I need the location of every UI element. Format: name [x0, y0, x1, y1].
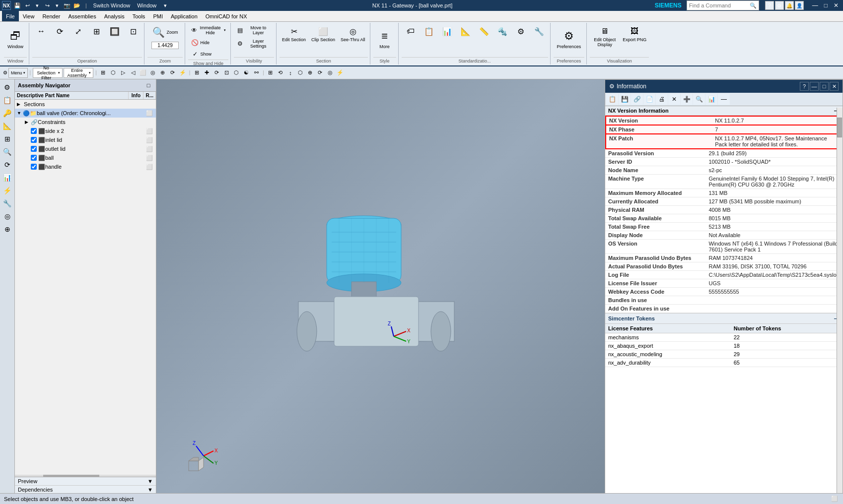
snap5-btn[interactable]: ⬜: [139, 68, 147, 77]
ball-checkbox[interactable]: [31, 155, 37, 161]
viewport[interactable]: X Y Z X Y Z: [156, 79, 605, 494]
side-checkbox[interactable]: [31, 128, 37, 134]
sidebar-icon-12[interactable]: ⊕: [1, 223, 13, 235]
menu-tools[interactable]: Tools: [129, 11, 149, 21]
minimize-button[interactable]: —: [810, 1, 821, 9]
std-btn-5[interactable]: 📏: [475, 24, 493, 39]
window-menu-btn[interactable]: Window: [135, 1, 159, 10]
filter2-btn[interactable]: ✚: [202, 68, 211, 77]
menu-application[interactable]: Application: [167, 11, 202, 21]
move-to-layer-btn[interactable]: ▤ Move to Layer: [234, 24, 274, 37]
sidebar-icon-7[interactable]: ⟳: [1, 159, 13, 171]
navigator-maximize-btn[interactable]: □: [144, 81, 153, 90]
view4-btn[interactable]: ⬡: [296, 68, 305, 77]
handle-checkbox[interactable]: [31, 164, 37, 170]
help-button[interactable]: ?: [765, 1, 774, 10]
immediate-hide-btn[interactable]: 👁 Immediate Hide ▾: [189, 24, 228, 37]
menu-assemblies[interactable]: Assemblies: [64, 11, 100, 21]
hide-btn[interactable]: 🚫 Hide: [189, 37, 228, 48]
window-dropdown[interactable]: ▾: [161, 1, 170, 10]
tree-sections[interactable]: ▶ Sections: [15, 100, 156, 109]
menu-file[interactable]: File: [2, 11, 19, 21]
tree-side[interactable]: ⬛ side x 2 ⬜: [15, 126, 156, 135]
user-button[interactable]: 👤: [795, 1, 804, 10]
layer-settings-btn[interactable]: ⚙ Layer Settings: [234, 37, 274, 50]
filter5-btn[interactable]: ⬡: [232, 68, 241, 77]
op-btn-2[interactable]: ⟳: [51, 24, 69, 39]
info-scrollbar-thumb[interactable]: [837, 118, 842, 137]
filter4-btn[interactable]: ⊡: [222, 68, 231, 77]
view1-btn[interactable]: ⊞: [266, 68, 275, 77]
view6-btn[interactable]: ⟳: [316, 68, 325, 77]
info-minimize-btn[interactable]: —: [810, 82, 819, 91]
std-btn-7[interactable]: ⚙: [512, 24, 530, 39]
tree-constraints[interactable]: ▶ 🔗 Constraints: [15, 118, 156, 126]
snap9-btn[interactable]: ⚡: [178, 68, 187, 77]
view3-btn[interactable]: ↕: [286, 68, 295, 77]
tree-inlet[interactable]: ⬛ inlet lid ⬜: [15, 135, 156, 144]
sidebar-icon-10[interactable]: 🔧: [1, 197, 13, 209]
op-btn-3[interactable]: ⤢: [69, 24, 87, 39]
assembly-scope-btn[interactable]: Entire Assembly ▾: [64, 68, 93, 78]
info-help-btn[interactable]: ?: [800, 82, 809, 91]
edit-section-btn[interactable]: ✂ Edit Section: [280, 24, 308, 44]
sidebar-icon-6[interactable]: 🔍: [1, 146, 13, 158]
nx-version-section-header[interactable]: NX Version Information —: [605, 106, 843, 116]
tree-ball-valve[interactable]: ▼ 🔵 📁 ball valve (Order: Chronologi... ⬜: [15, 109, 156, 118]
sidebar-icon-9[interactable]: ⚡: [1, 185, 13, 196]
maximize-button[interactable]: □: [822, 1, 830, 9]
std-btn-1[interactable]: 🏷: [402, 24, 420, 39]
op-btn-4[interactable]: ⊞: [87, 24, 105, 39]
sidebar-icon-1[interactable]: ⚙: [1, 81, 13, 93]
sidebar-icon-11[interactable]: ◎: [1, 210, 13, 222]
sidebar-icon-5[interactable]: ⊞: [1, 133, 13, 145]
filter1-btn[interactable]: ⊞: [192, 68, 201, 77]
redo-dropdown[interactable]: ▾: [53, 1, 62, 10]
sidebar-icon-3[interactable]: 🔑: [1, 107, 13, 119]
tree-ball[interactable]: ⬛ ball ⬜: [15, 153, 156, 162]
info-toolbar-btn-add[interactable]: ➕: [681, 94, 693, 105]
info-toolbar-btn-collapse[interactable]: —: [718, 94, 730, 105]
snap6-btn[interactable]: ◎: [148, 68, 157, 77]
snap2-btn[interactable]: ⬡: [109, 68, 118, 77]
view5-btn[interactable]: ⊕: [306, 68, 315, 77]
snap1-btn[interactable]: ⊞: [99, 68, 108, 77]
outlet-checkbox[interactable]: [31, 146, 37, 152]
undo-dropdown[interactable]: ▾: [33, 1, 42, 10]
sidebar-icon-8[interactable]: 📊: [1, 172, 13, 184]
sidebar-icon-2[interactable]: 📋: [1, 94, 13, 106]
status-icon-btn[interactable]: ⬜: [830, 495, 839, 504]
menu-render[interactable]: Render: [38, 11, 64, 21]
view2-btn[interactable]: ⟲: [276, 68, 285, 77]
snap7-btn[interactable]: ⊕: [158, 68, 167, 77]
std-btn-3[interactable]: 📊: [438, 24, 456, 39]
op-btn-5[interactable]: 🔲: [106, 24, 124, 39]
info-toolbar-btn-close[interactable]: ✕: [668, 94, 680, 105]
info-toolbar-btn-filter[interactable]: 🔍: [693, 94, 705, 105]
zoom-value-input[interactable]: [151, 42, 179, 49]
tree-handle[interactable]: ⬛ handle ⬜: [15, 162, 156, 171]
export-png-btn[interactable]: 🖼 Export PNG: [620, 24, 649, 44]
more-btn[interactable]: ≡ More: [373, 24, 396, 54]
filter7-btn[interactable]: ⚯: [252, 68, 261, 77]
menu-pmi[interactable]: PMI: [149, 11, 167, 21]
edit-display-btn[interactable]: 🖥 Edit Object Display: [590, 24, 620, 49]
menu-omnicad[interactable]: OmniCAD for NX: [202, 11, 251, 21]
view8-btn[interactable]: ⚡: [336, 68, 345, 77]
capture-btn[interactable]: 📷: [63, 1, 71, 10]
sidebar-icon-4[interactable]: 📐: [1, 120, 13, 132]
ballvalve-expand-icon[interactable]: ▼: [17, 111, 23, 116]
op-btn-1[interactable]: ↔: [32, 24, 50, 39]
info-close-btn[interactable]: ✕: [830, 82, 839, 91]
view7-btn[interactable]: ◎: [326, 68, 335, 77]
info-maximize-btn[interactable]: □: [820, 82, 829, 91]
std-btn-6[interactable]: 🔩: [493, 24, 511, 39]
settings-button[interactable]: ⚙: [775, 1, 784, 10]
sections-expand-icon[interactable]: ▶: [17, 102, 23, 107]
preview-panel-row[interactable]: Preview ▼: [15, 477, 156, 486]
std-btn-8[interactable]: 🔧: [530, 24, 548, 39]
std-btn-4[interactable]: 📐: [457, 24, 475, 39]
filter3-btn[interactable]: ⟳: [212, 68, 221, 77]
window-btn[interactable]: 🗗 Window: [4, 24, 27, 54]
info-toolbar-btn-5[interactable]: 🖨: [656, 94, 668, 105]
